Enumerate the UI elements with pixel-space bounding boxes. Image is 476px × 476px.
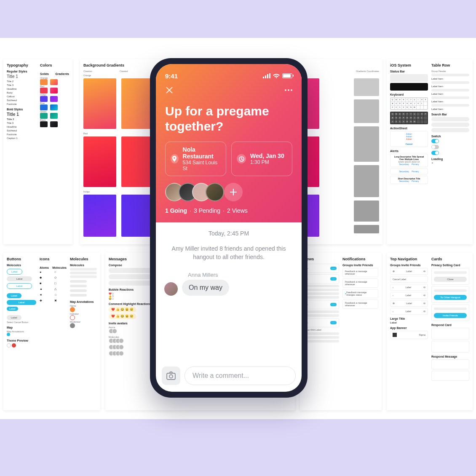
close-icon[interactable] bbox=[165, 86, 174, 94]
event-time: 1:30 PM bbox=[250, 159, 284, 165]
event-stats: 1 Going·3 Pending·2 Views bbox=[165, 207, 292, 214]
canvas: Typography Regular Styles Title 1 Title … bbox=[0, 38, 476, 419]
wifi-icon bbox=[273, 73, 280, 79]
place-addr: 534 Saint Louis St bbox=[183, 160, 221, 171]
keyboard-light: QWERTYUIOPASDFGHJKLZXCVBNM bbox=[390, 97, 428, 110]
ios-heading: iOS System bbox=[390, 63, 428, 67]
panel-ios-system: iOS System Status Bar Keyboard QWERTYUIO… bbox=[387, 59, 473, 244]
signal-icon bbox=[263, 73, 270, 78]
message-sender: Anna Millers bbox=[188, 272, 229, 278]
colors-heading: Colors bbox=[40, 63, 69, 67]
grad-indigo bbox=[83, 195, 116, 237]
avatar[interactable] bbox=[164, 282, 178, 296]
clock-icon bbox=[237, 154, 246, 163]
typo-sub-regular: Regular Styles bbox=[7, 70, 36, 73]
tablerow-heading: Table Row bbox=[431, 63, 469, 67]
battery-icon bbox=[282, 73, 292, 78]
chip-datetime[interactable]: Wed, Jan 30 1:30 PM bbox=[231, 142, 292, 176]
camera-button[interactable] bbox=[162, 366, 180, 385]
svg-rect-1 bbox=[167, 373, 175, 380]
status-bar: 9:41 bbox=[165, 70, 292, 82]
more-icon[interactable] bbox=[285, 89, 292, 91]
svg-point-2 bbox=[169, 375, 173, 378]
panel-typography-colors: Typography Regular Styles Title 1 Title … bbox=[3, 59, 72, 244]
attendee-avatars bbox=[165, 183, 292, 201]
status-time: 9:41 bbox=[165, 72, 178, 80]
message-bubble: On my way bbox=[182, 280, 229, 296]
feed-note: Amy Miller invited 8 friends and opened … bbox=[164, 244, 293, 262]
composer: Write a comment... bbox=[162, 366, 296, 385]
typography-heading: Typography bbox=[7, 63, 36, 67]
panel-buttons: Buttons Molecules Label Label Label Labe… bbox=[3, 253, 100, 410]
add-attendee-button[interactable] bbox=[224, 183, 243, 201]
panel-nav-cards: Top Navigation Groups Invite Friends ⊕La… bbox=[387, 253, 473, 410]
comment-placeholder: Write a comment... bbox=[193, 372, 249, 380]
switch-on[interactable] bbox=[431, 139, 439, 143]
pin-icon bbox=[171, 154, 179, 163]
place-name: Nola Restaurant bbox=[183, 146, 221, 160]
phone-mockup: 9:41 Up for a pregame together? bbox=[150, 58, 308, 398]
chip-location[interactable]: Nola Restaurant 534 Saint Louis St bbox=[165, 142, 226, 176]
event-date: Wed, Jan 30 bbox=[250, 152, 284, 159]
panel-views: Views —··· —··· —··· —··· Group With Lab… bbox=[300, 253, 382, 410]
comment-input[interactable]: Write a comment... bbox=[185, 366, 296, 385]
message-row: Anna Millers On my way bbox=[164, 272, 293, 296]
avatar[interactable] bbox=[206, 183, 224, 201]
event-header: 9:41 Up for a pregame together? bbox=[156, 64, 302, 222]
actionsheet: Action Action Action Cancel bbox=[390, 131, 428, 147]
phone-screen: 9:41 Up for a pregame together? bbox=[156, 64, 302, 392]
keyboard-dark: QWERTYUIOPASDFGHJKLZXCVBNM bbox=[390, 112, 428, 124]
grad-orange bbox=[83, 78, 116, 129]
event-title: Up for a pregame together? bbox=[165, 104, 292, 134]
grad-red bbox=[83, 136, 116, 187]
switch-off[interactable] bbox=[431, 145, 439, 149]
typo-sub-bold: Bold Styles bbox=[7, 108, 36, 111]
feed-timestamp: Today, 2:45 PM bbox=[164, 230, 293, 237]
